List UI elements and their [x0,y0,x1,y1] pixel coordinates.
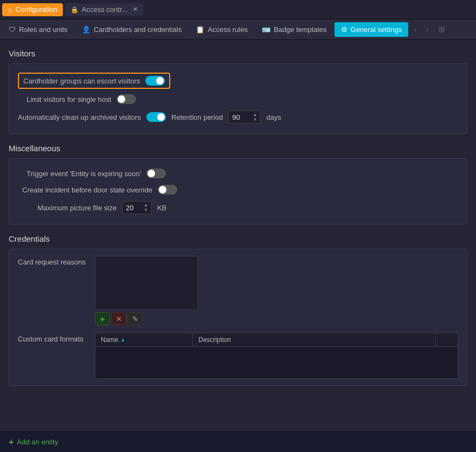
settings-icon: ⚙ [341,25,348,34]
table-col-name[interactable]: Name ▲ [95,333,193,346]
max-pic-spinbox-arrows[interactable]: ▲ ▼ [144,203,148,212]
home-icon: ⌂ [8,5,12,14]
create-incident-toggle-thumb [159,186,166,193]
main-content: Visitors Cardholder groups can escort vi… [0,40,476,431]
table-body[interactable] [95,346,458,379]
escort-toggle[interactable] [145,76,165,86]
visitors-section-title: Visitors [9,49,467,58]
limit-toggle[interactable] [117,94,136,104]
visitors-section-box: Cardholder groups can escort visitors Li… [9,63,467,134]
rules-icon: 📋 [196,25,204,34]
add-icon: + [100,314,105,324]
misc-section-box: Trigger event 'Entity is expiring soon' … [9,158,467,224]
credentials-section-box: Card request reasons + ✕ ✎ Custom c [9,249,467,386]
trigger-event-label: Trigger event 'Entity is expiring soon' [27,170,141,178]
person-icon: 👤 [82,25,91,34]
nav-bar: 🛡 Roles and units 👤 Cardholders and cred… [0,20,476,40]
escort-focus-border: Cardholder groups can escort visitors [18,73,170,89]
retention-value: 90 [232,113,240,121]
lock-icon: 🔒 [70,6,79,14]
card-reasons-delete-btn[interactable]: ✕ [111,312,126,325]
max-pic-spinbox[interactable]: 20 ▲ ▼ [122,201,152,214]
tab-configuration-label: Configuration [15,5,57,14]
autoclean-toggle-thumb [157,113,165,121]
shield-icon: 🛡 [9,25,16,34]
nav-grid-icon: ⊞ [434,23,449,36]
misc-section-title: Miscellaneous [9,144,467,153]
tab-configuration[interactable]: ⌂ Configuration [2,3,63,16]
tab-close-icon[interactable]: ✕ [133,6,138,13]
nav-item-cardholders[interactable]: 👤 Cardholders and credentials [75,22,189,37]
tab-access-control-label: Access contr... [82,5,128,14]
setting-row-trigger-event: Trigger event 'Entity is expiring soon' [18,165,458,182]
tab-access-control[interactable]: 🔒 Access contr... ✕ [65,3,144,16]
custom-card-formats-label: Custom card formats [18,333,88,343]
add-entity-button[interactable]: + Add an entity [9,437,58,447]
autoclean-label: Automatically clean up archived visitors [18,113,141,121]
nav-label-general-settings: General settings [351,25,402,34]
retention-up-arrow[interactable]: ▲ [253,112,257,117]
card-request-reasons-list[interactable] [95,256,198,310]
setting-row-escort: Cardholder groups can escort visitors [18,70,458,91]
nav-item-roles-units[interactable]: 🛡 Roles and units [2,22,74,37]
credentials-section-title: Credentials [9,234,467,243]
nav-label-cardholders: Cardholders and credentials [94,25,182,34]
tab-bar: ⌂ Configuration 🔒 Access contr... ✕ [0,0,476,20]
create-incident-label: Create incident before door state overri… [22,186,152,194]
bottom-bar: + Add an entity [0,431,476,452]
nav-item-badge-templates[interactable]: 🪪 Badge templates [255,22,333,37]
max-pic-value: 20 [126,204,133,212]
nav-label-badge-templates: Badge templates [274,25,327,34]
autoclean-toggle[interactable] [146,112,166,122]
trigger-event-toggle[interactable] [146,169,166,178]
setting-row-create-incident: Create incident before door state overri… [18,182,458,198]
nav-item-access-rules[interactable]: 📋 Access rules [189,22,254,37]
card-reasons-area: Card request reasons + ✕ ✎ [18,256,458,325]
nav-item-general-settings[interactable]: ⚙ General settings [335,22,409,37]
table-col-description[interactable]: Description [193,333,436,346]
edit-icon: ✎ [132,315,138,323]
retention-spinbox[interactable]: 90 ▲ ▼ [228,111,261,124]
add-entity-icon: + [9,437,14,447]
retention-unit: days [266,113,281,121]
retention-spinbox-arrows[interactable]: ▲ ▼ [253,112,257,122]
card-reasons-toolbar: + ✕ ✎ [95,312,198,325]
table-col-extra [436,333,458,346]
nav-next-arrow[interactable]: › [422,23,433,36]
card-reasons-edit-btn[interactable]: ✎ [127,312,143,325]
max-pic-label: Maximum picture file size [37,204,117,212]
limit-toggle-thumb [118,95,125,103]
card-request-reasons-label: Card request reasons [18,256,88,266]
nav-label-access-rules: Access rules [208,25,248,34]
card-reasons-add-btn[interactable]: + [95,312,110,325]
setting-row-autoclean: Automatically clean up archived visitors… [18,107,458,127]
nav-label-roles-units: Roles and units [19,25,68,34]
retention-period-label: Retention period [171,113,223,121]
create-incident-toggle[interactable] [158,185,177,195]
col-name-label: Name [101,336,118,344]
escort-label: Cardholder groups can escort visitors [23,77,140,85]
setting-row-limit: Limit visitors for single host [18,91,458,107]
custom-formats-row: Custom card formats Name ▲ Description [18,333,458,379]
table-header: Name ▲ Description [95,333,458,346]
col-name-sort-icon: ▲ [120,337,125,343]
max-pic-unit: KB [157,204,166,212]
badge-icon: 🪪 [262,25,271,34]
max-pic-down-arrow[interactable]: ▼ [144,208,148,212]
limit-label: Limit visitors for single host [27,95,111,104]
delete-icon: ✕ [116,315,122,323]
custom-card-formats-table-area: Name ▲ Description [95,333,458,379]
setting-row-max-pic: Maximum picture file size 20 ▲ ▼ KB [18,198,458,217]
nav-prev-arrow[interactable]: ‹ [409,23,421,36]
retention-down-arrow[interactable]: ▼ [253,117,257,122]
add-entity-label: Add an entity [17,438,58,446]
col-description-label: Description [198,336,231,344]
max-pic-up-arrow[interactable]: ▲ [144,203,148,208]
